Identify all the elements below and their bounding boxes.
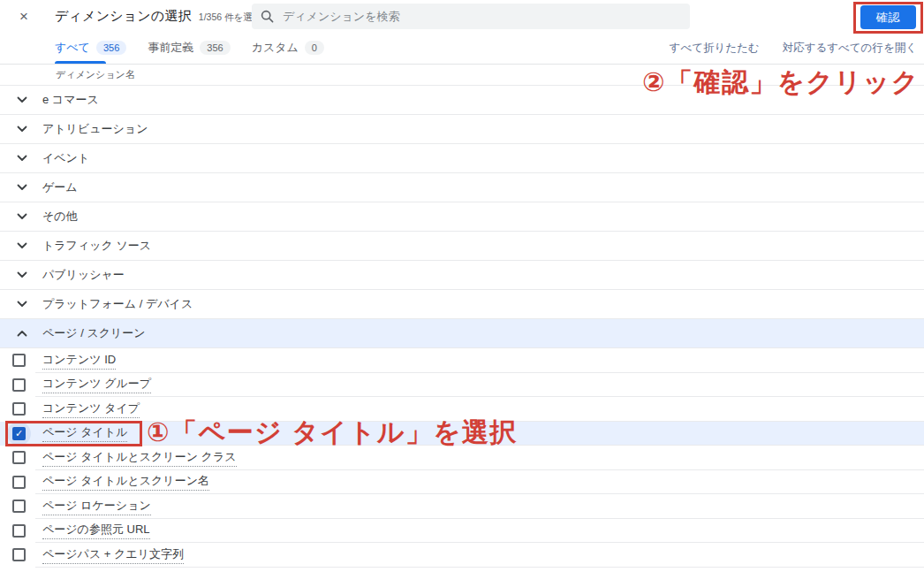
collapse-all-link[interactable]: すべて折りたたむ	[670, 41, 760, 56]
checkbox-halo	[7, 446, 31, 469]
dimension-group-row[interactable]: パブリッシャー	[0, 261, 924, 290]
dimension-group-row[interactable]: その他	[0, 202, 924, 232]
group-label: パブリッシャー	[42, 267, 125, 283]
checkbox-halo	[7, 348, 31, 372]
open-all-rows-link[interactable]: 対応するすべての行を開く	[783, 41, 917, 56]
dimension-group-row[interactable]: プラットフォーム / デバイス	[0, 290, 924, 319]
dimension-row[interactable]: コンテンツ グループ	[0, 373, 924, 398]
column-header-dimension-name: ディメンション名	[56, 68, 135, 81]
tab-predefined[interactable]: 事前定義 356	[148, 32, 230, 64]
dimension-row[interactable]: ページ タイトルとスクリーン名	[0, 470, 924, 495]
tabs: すべて 356 事前定義 356 カスタム 0	[55, 32, 324, 64]
group-label: イベント	[42, 150, 89, 166]
chevron-down-icon	[16, 182, 27, 194]
chevron-down-icon	[16, 95, 27, 106]
confirm-button[interactable]: 確認	[860, 5, 916, 29]
dimension-label: コンテンツ タイプ	[42, 400, 140, 418]
tab-all-label: すべて	[55, 40, 90, 56]
checkbox[interactable]	[12, 500, 26, 513]
dimension-group-row[interactable]: ゲーム	[0, 173, 924, 202]
dimension-group-row[interactable]: イベント	[0, 144, 924, 173]
chevron-down-icon	[16, 124, 27, 135]
dimension-label: コンテンツ ID	[42, 352, 116, 370]
annotation-step1-text: ①「ページ タイトル」を選択	[147, 415, 518, 451]
group-label: トラフィック ソース	[42, 238, 151, 254]
checkbox-halo	[7, 373, 31, 397]
dimension-group-row[interactable]: トラフィック ソース	[0, 232, 924, 261]
dimension-row[interactable]: ページの参照元 URL	[0, 519, 924, 544]
checkbox[interactable]	[12, 354, 26, 367]
search-box[interactable]	[252, 4, 690, 29]
dimension-label: コンテンツ グループ	[42, 376, 151, 393]
dimension-label: ページ タイトル	[42, 424, 127, 442]
checkbox[interactable]	[12, 524, 26, 538]
checkbox[interactable]	[12, 378, 26, 392]
dimension-row[interactable]: コンテンツ ID	[0, 348, 924, 373]
checkbox-halo	[7, 494, 31, 518]
dimension-label: ページ タイトルとスクリーン名	[42, 473, 209, 491]
group-label: ゲーム	[42, 179, 78, 195]
checkbox[interactable]	[12, 451, 26, 464]
dimension-picker-dialog: × ディメンションの選択 1/356 件を選択中 確認 すべて 356 事前定義	[0, 0, 924, 572]
tab-all-count-badge: 356	[96, 41, 126, 55]
search-input[interactable]	[283, 10, 681, 23]
dimension-group-row[interactable]: アトリビューション	[0, 115, 924, 144]
checkbox[interactable]	[12, 402, 26, 416]
group-label: ページ / スクリーン	[42, 325, 146, 341]
dimension-label: ページの参照元 URL	[42, 522, 150, 539]
annotation-step2-text: ②「確認」をクリック	[642, 65, 920, 101]
checkbox-halo	[7, 543, 31, 567]
title-group: ディメンションの選択 1/356 件を選択中	[55, 0, 271, 32]
checkbox[interactable]	[12, 476, 26, 489]
group-label: プラットフォーム / デバイス	[42, 296, 193, 312]
chevron-down-icon	[16, 211, 27, 223]
checkbox[interactable]: ✓	[12, 427, 26, 440]
checkbox[interactable]	[12, 548, 26, 561]
group-label: その他	[42, 209, 78, 225]
checkbox-halo	[7, 470, 31, 494]
chevron-down-icon	[16, 299, 27, 310]
dimension-label: ページ タイトルとスクリーン クラス	[42, 449, 237, 467]
tab-custom-label: カスタム	[252, 40, 299, 56]
tabs-bar: すべて 356 事前定義 356 カスタム 0 すべて折りたたむ 対応するすべて…	[0, 32, 924, 65]
chevron-down-icon	[16, 153, 27, 164]
checkbox-halo	[7, 519, 31, 543]
page-title: ディメンションの選択	[55, 8, 192, 25]
tab-predefined-label: 事前定義	[148, 40, 193, 56]
dimension-table: e コマース アトリビューション イベント ゲーム	[0, 86, 924, 568]
toolbar-links: すべて折りたたむ 対応するすべての行を開く	[670, 32, 917, 64]
dimension-row[interactable]: ページパス + クエリ文字列	[0, 543, 924, 568]
dimension-rows: コンテンツ ID コンテンツ グループ コンテンツ タイプ ✓ ページ タイトル…	[0, 348, 924, 568]
chevron-down-icon	[16, 270, 27, 281]
dimension-group-row[interactable]: ページ / スクリーン	[0, 319, 924, 348]
dimension-label: ページ ロケーション	[42, 498, 151, 515]
active-tab-underline	[55, 61, 106, 64]
chevron-up-icon	[16, 328, 27, 339]
checkbox-halo: ✓	[7, 422, 31, 446]
group-rows: e コマース アトリビューション イベント ゲーム	[0, 86, 924, 348]
tab-custom[interactable]: カスタム 0	[252, 32, 324, 64]
search-icon	[261, 10, 274, 23]
close-icon[interactable]: ×	[14, 7, 34, 27]
check-icon: ✓	[15, 429, 23, 439]
dimension-label: ページパス + クエリ文字列	[42, 546, 184, 564]
tab-all[interactable]: すべて 356	[55, 32, 126, 64]
dimension-row[interactable]: ページ ロケーション	[0, 494, 924, 519]
chevron-down-icon	[16, 240, 27, 252]
dialog-header: × ディメンションの選択 1/356 件を選択中 確認	[0, 0, 924, 32]
checkbox-halo	[7, 397, 31, 421]
tab-custom-count-badge: 0	[305, 41, 324, 55]
tab-predefined-count-badge: 356	[200, 41, 230, 55]
group-label: アトリビューション	[42, 121, 148, 137]
group-label: e コマース	[42, 92, 99, 108]
